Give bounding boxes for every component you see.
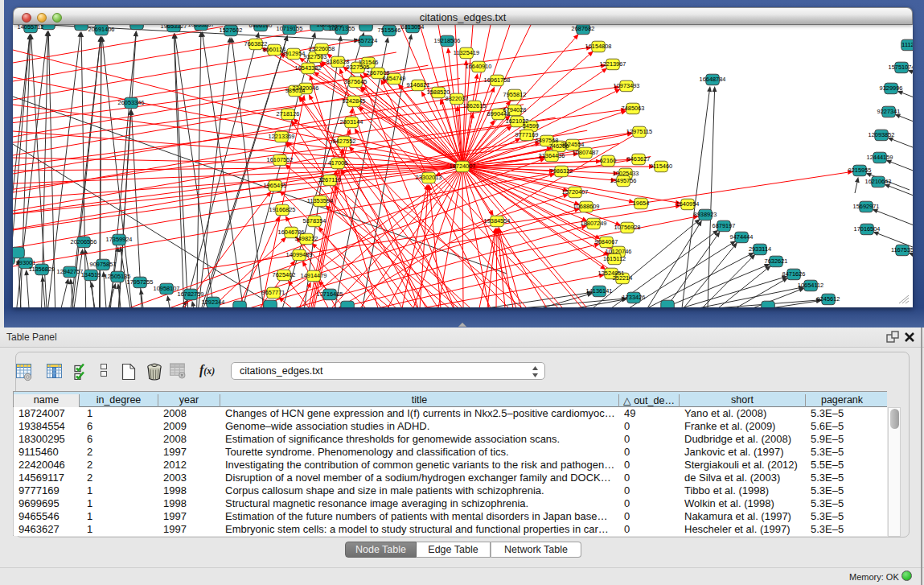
svg-text:19654: 19654 bbox=[633, 200, 650, 207]
svg-text:16033809: 16033809 bbox=[317, 25, 343, 28]
svg-text:16782759: 16782759 bbox=[178, 290, 204, 298]
svg-text:10654112: 10654112 bbox=[798, 282, 823, 289]
svg-text:9329996: 9329996 bbox=[880, 84, 903, 92]
svg-text:13495756: 13495756 bbox=[610, 177, 637, 184]
svg-text:7632621: 7632621 bbox=[765, 257, 788, 265]
svg-text:12093852: 12093852 bbox=[869, 131, 895, 138]
svg-text:7515546: 7515546 bbox=[378, 27, 401, 34]
svg-text:8938923: 8938923 bbox=[694, 211, 717, 218]
svg-text:9084067: 9084067 bbox=[595, 238, 618, 245]
svg-text:10719155: 10719155 bbox=[277, 25, 303, 32]
svg-text:10973493: 10973493 bbox=[614, 82, 640, 89]
svg-text:16961758: 16961758 bbox=[484, 76, 511, 84]
svg-text:9115460: 9115460 bbox=[650, 163, 672, 170]
svg-text:9215955: 9215955 bbox=[848, 167, 872, 174]
svg-text:17016504: 17016504 bbox=[854, 225, 881, 233]
svg-text:9463627: 9463627 bbox=[627, 155, 651, 163]
svg-text:16154808: 16154808 bbox=[585, 43, 612, 50]
svg-text:20206556: 20206556 bbox=[71, 238, 97, 245]
svg-text:1733426: 1733426 bbox=[622, 294, 646, 301]
svg-text:12942757: 12942757 bbox=[57, 268, 84, 275]
svg-text:417006: 417006 bbox=[328, 159, 348, 167]
svg-text:18724007: 18724007 bbox=[450, 163, 476, 170]
svg-text:6466160: 6466160 bbox=[249, 25, 273, 29]
svg-text:8427552: 8427552 bbox=[333, 138, 356, 145]
svg-text:7625402: 7625402 bbox=[273, 271, 296, 278]
svg-text:10653267: 10653267 bbox=[188, 25, 215, 28]
svg-text:7857224: 7857224 bbox=[355, 37, 378, 44]
svg-text:18807249: 18807249 bbox=[581, 220, 607, 227]
svg-text:1615112: 1615112 bbox=[603, 255, 626, 262]
svg-text:11353594: 11353594 bbox=[307, 197, 333, 204]
svg-text:8454749: 8454749 bbox=[383, 75, 406, 82]
svg-text:10688609: 10688609 bbox=[573, 203, 600, 210]
svg-text:9474444: 9474444 bbox=[730, 233, 754, 241]
svg-text:10756928: 10756928 bbox=[614, 224, 641, 231]
svg-text:1965495: 1965495 bbox=[264, 182, 287, 189]
svg-text:8813054: 8813054 bbox=[401, 25, 425, 31]
svg-text:17359924: 17359924 bbox=[106, 236, 133, 243]
svg-text:10958107: 10958107 bbox=[154, 285, 180, 292]
svg-text:3267110: 3267110 bbox=[318, 176, 341, 183]
svg-text:14914479: 14914479 bbox=[301, 272, 327, 279]
svg-text:34599: 34599 bbox=[523, 122, 540, 130]
svg-text:3875645: 3875645 bbox=[344, 78, 368, 85]
svg-text:8912954: 8912954 bbox=[282, 50, 306, 57]
svg-text:15720407: 15720407 bbox=[562, 188, 589, 196]
svg-text:19384554: 19384554 bbox=[484, 217, 511, 225]
svg-text:23226058: 23226058 bbox=[309, 45, 335, 52]
svg-text:23302013: 23302013 bbox=[416, 174, 442, 181]
svg-text:10025433: 10025433 bbox=[613, 170, 639, 177]
svg-text:15751074: 15751074 bbox=[889, 64, 913, 71]
svg-text:12975115: 12975115 bbox=[626, 128, 652, 135]
svg-text:1292344: 1292344 bbox=[202, 299, 225, 306]
svg-text:19166825: 19166825 bbox=[269, 206, 296, 213]
svg-text:16107552: 16107552 bbox=[267, 156, 294, 163]
svg-text:13716485: 13716485 bbox=[317, 290, 343, 298]
svg-text:2718126: 2718126 bbox=[277, 110, 300, 117]
svg-text:1527602: 1527602 bbox=[220, 27, 243, 34]
svg-text:16640910: 16640910 bbox=[466, 63, 492, 70]
svg-text:5498222: 5498222 bbox=[295, 235, 318, 242]
svg-text:12444159: 12444159 bbox=[867, 154, 893, 161]
svg-text:19218506: 19218506 bbox=[434, 37, 461, 44]
svg-text:2803144: 2803144 bbox=[340, 118, 363, 126]
svg-text:6794028: 6794028 bbox=[503, 106, 527, 113]
svg-text:131546: 131546 bbox=[359, 59, 379, 66]
svg-text:7485063: 7485063 bbox=[622, 105, 645, 112]
svg-text:9245612: 9245612 bbox=[817, 295, 840, 303]
svg-text:12213369: 12213369 bbox=[269, 133, 295, 140]
svg-text:5878354: 5878354 bbox=[303, 217, 326, 225]
svg-text:9657771: 9657771 bbox=[262, 289, 285, 296]
svg-text:19653327: 19653327 bbox=[161, 25, 187, 30]
svg-text:14055712: 14055712 bbox=[18, 25, 44, 31]
svg-text:1640954: 1640954 bbox=[676, 200, 700, 208]
svg-text:134519: 134519 bbox=[81, 271, 101, 278]
svg-text:14099489: 14099489 bbox=[286, 251, 313, 258]
svg-text:6879197: 6879197 bbox=[713, 222, 736, 229]
svg-text:16210643: 16210643 bbox=[865, 178, 892, 185]
svg-text:7955812: 7955812 bbox=[503, 91, 527, 98]
svg-text:9227341: 9227341 bbox=[877, 108, 901, 115]
svg-text:989014: 989014 bbox=[285, 87, 306, 94]
svg-text:1167535: 1167535 bbox=[891, 246, 913, 253]
svg-text:2933114: 2933114 bbox=[749, 245, 771, 253]
svg-text:17957255: 17957255 bbox=[127, 278, 154, 286]
svg-text:252214: 252214 bbox=[613, 274, 633, 282]
svg-text:2687682: 2687682 bbox=[572, 25, 595, 32]
svg-text:21364436: 21364436 bbox=[539, 152, 565, 159]
svg-text:8322037: 8322037 bbox=[446, 95, 469, 102]
svg-text:10807487: 10807487 bbox=[573, 149, 599, 156]
svg-text:1112: 1112 bbox=[901, 41, 913, 48]
svg-text:16648784: 16648784 bbox=[700, 76, 726, 83]
svg-text:11325419: 11325419 bbox=[454, 49, 479, 56]
svg-text:7986322: 7986322 bbox=[550, 167, 573, 175]
svg-text:14136141: 14136141 bbox=[586, 287, 613, 295]
svg-text:16543382: 16543382 bbox=[295, 64, 322, 72]
svg-text:12213967: 12213967 bbox=[600, 60, 626, 68]
svg-text:9146821: 9146821 bbox=[407, 81, 430, 89]
svg-text:8471626: 8471626 bbox=[782, 270, 806, 278]
svg-text:1362615: 1362615 bbox=[463, 102, 487, 109]
svg-text:9327503: 9327503 bbox=[304, 53, 327, 60]
svg-text:9242845: 9242845 bbox=[343, 97, 366, 105]
